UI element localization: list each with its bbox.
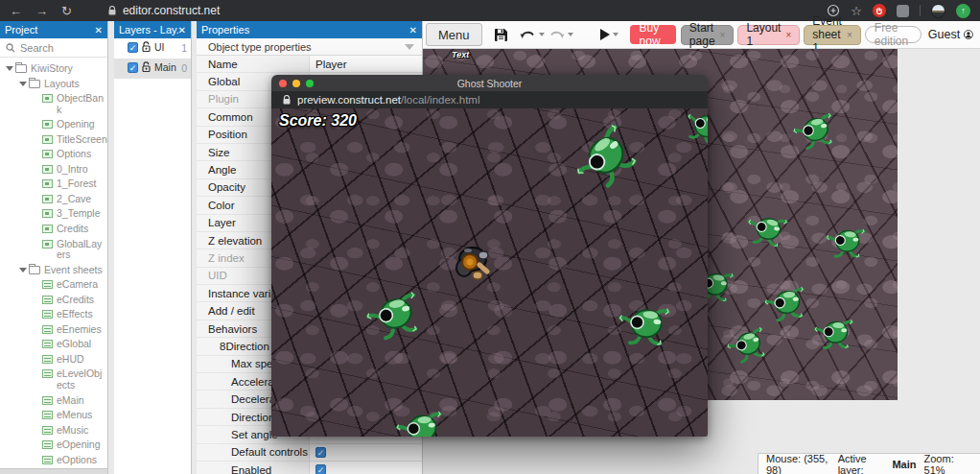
browser-avatar[interactable]: [931, 4, 945, 18]
tree-item-ecamera[interactable]: eCamera: [0, 277, 107, 293]
project-tree: KiwiStoryLayoutsObjectBankOpeningTitleSc…: [0, 58, 107, 474]
forward-icon[interactable]: →: [35, 4, 48, 18]
preview-titlebar[interactable]: Ghost Shooter: [271, 75, 708, 91]
property-checkbox[interactable]: ✓: [315, 464, 326, 474]
tab-start-page[interactable]: Start page×: [681, 25, 735, 45]
caret-down-icon[interactable]: [6, 66, 13, 71]
redo-button[interactable]: [548, 29, 565, 41]
monster-object[interactable]: [763, 285, 811, 328]
tree-item-options[interactable]: Options: [0, 147, 107, 162]
property-row-enabled[interactable]: Enabled✓: [197, 462, 422, 474]
tree-item-credits[interactable]: Credits: [0, 222, 107, 237]
undo-button[interactable]: [520, 29, 536, 41]
caret-down-icon[interactable]: [19, 268, 27, 273]
tree-item-eenemies[interactable]: eEnemies: [0, 322, 107, 338]
layer-visible-checkbox[interactable]: ✓: [128, 42, 138, 53]
back-icon[interactable]: ←: [10, 4, 22, 18]
free-edition-button[interactable]: Free edition: [865, 26, 922, 43]
layers-list: ✓UI1✓Main0: [114, 38, 191, 79]
tab-event-sheet-1[interactable]: Event sheet 1×: [804, 25, 861, 45]
tree-item-elevelobjects[interactable]: eLevelObjects: [0, 367, 107, 392]
tree-item-emenus[interactable]: eMenus: [0, 408, 107, 423]
active-layer-value: Main: [892, 459, 916, 470]
tree-item-eglobal[interactable]: eGlobal: [0, 337, 107, 352]
undo-icon: [520, 29, 536, 41]
tree-item-eplayer[interactable]: ePlayer: [0, 467, 107, 474]
preview-window[interactable]: Ghost Shooter preview.construct.net/loca…: [271, 75, 708, 437]
tab-close-icon[interactable]: ×: [847, 30, 852, 40]
redo-dropdown-caret[interactable]: [568, 33, 573, 36]
tree-item-label: 3_Temple: [53, 208, 101, 220]
canvas-text-object[interactable]: Text: [452, 50, 469, 59]
monster-object[interactable]: [742, 209, 792, 255]
layout-icon: [42, 179, 53, 188]
chevron-down-icon[interactable]: [405, 44, 414, 50]
extension-gray-icon[interactable]: [897, 5, 909, 17]
play-button[interactable]: [600, 29, 610, 40]
tree-item-1-forest[interactable]: 1_Forest: [0, 177, 107, 192]
property-row-default-controls[interactable]: Default controls✓: [197, 444, 422, 462]
project-search[interactable]: Search: [0, 38, 107, 58]
tree-item-2-cave[interactable]: 2_Cave: [0, 192, 107, 207]
lock-icon[interactable]: [141, 41, 152, 55]
layer-visible-checkbox[interactable]: ✓: [128, 62, 138, 73]
address-bar[interactable]: editor.construct.net: [108, 4, 220, 17]
layer-row-main[interactable]: ✓Main0: [114, 59, 191, 79]
monster-object[interactable]: [724, 324, 774, 370]
caret-down-icon[interactable]: [19, 82, 27, 86]
bookmark-star-icon[interactable]: ☆: [851, 4, 862, 18]
monster-object[interactable]: [825, 225, 870, 265]
tree-item-objectbank[interactable]: ObjectBank: [0, 91, 107, 117]
close-icon[interactable]: ✕: [178, 25, 186, 36]
browser-update-icon[interactable]: ↑: [956, 4, 970, 18]
extension-red-icon[interactable]: [873, 4, 886, 17]
tree-item-kiwistory[interactable]: KiwiStory: [0, 61, 107, 77]
tree-item-emain[interactable]: eMain: [0, 393, 107, 409]
layout-icon: [42, 120, 53, 129]
reload-icon[interactable]: ↻: [61, 4, 72, 18]
tab-close-icon[interactable]: ×: [720, 30, 726, 40]
layout-icon: [42, 240, 53, 249]
object-type-properties-header[interactable]: Object type properties: [197, 38, 422, 56]
tree-item-event-sheets[interactable]: Event sheets: [0, 263, 107, 278]
tree-item-label: eEffects: [53, 309, 93, 320]
game-viewport[interactable]: Score: 320: [271, 108, 708, 437]
property-checkbox[interactable]: ✓: [315, 447, 326, 458]
tree-item-label: eOpening: [53, 439, 101, 451]
layer-row-ui[interactable]: ✓UI1: [114, 38, 191, 59]
tree-item-globallayers[interactable]: GlobalLayers: [0, 237, 107, 263]
tab-layout-1[interactable]: Layout 1×: [737, 25, 800, 45]
tab-close-icon[interactable]: ×: [785, 30, 791, 40]
property-row-name[interactable]: NamePlayer: [197, 56, 422, 73]
tree-item-titlescreen[interactable]: TitleScreen: [0, 132, 107, 148]
property-value[interactable]: Player: [310, 56, 422, 72]
undo-dropdown-caret[interactable]: [539, 33, 545, 36]
preview-address-bar[interactable]: preview.construct.net/local/index.html: [271, 91, 708, 108]
buy-now-button[interactable]: Buy now: [630, 25, 676, 44]
zoom-level[interactable]: Zoom: 51%: [924, 453, 973, 474]
menu-button[interactable]: Menu: [426, 23, 482, 46]
layer-name: Main: [154, 62, 178, 74]
guest-avatar-icon[interactable]: [964, 27, 973, 42]
close-icon[interactable]: ✕: [95, 25, 103, 36]
tree-item-eopening[interactable]: eOpening: [0, 438, 107, 453]
tree-item-label: eCredits: [53, 295, 94, 306]
tree-item-layouts[interactable]: Layouts: [0, 77, 107, 92]
tree-item-0-intro[interactable]: 0_Intro: [0, 162, 107, 178]
close-icon[interactable]: ✕: [409, 25, 417, 36]
property-value[interactable]: ✓: [310, 444, 422, 461]
play-dropdown-caret[interactable]: [613, 33, 618, 36]
tree-item-emusic[interactable]: eMusic: [0, 423, 107, 438]
property-value[interactable]: ✓: [310, 462, 422, 474]
save-button[interactable]: [494, 28, 508, 42]
tree-item-ehud[interactable]: eHUD: [0, 352, 107, 367]
tree-item-opening[interactable]: Opening: [0, 117, 107, 132]
monster-object[interactable]: [791, 110, 841, 155]
tree-item-3-temple[interactable]: 3_Temple: [0, 206, 107, 222]
monster-object[interactable]: [813, 317, 856, 355]
tree-item-eeffects[interactable]: eEffects: [0, 307, 107, 322]
eventsheet-icon: [42, 411, 53, 419]
tree-item-ecredits[interactable]: eCredits: [0, 293, 107, 308]
lock-icon[interactable]: [141, 61, 152, 75]
tree-item-eoptions[interactable]: eOptions: [0, 453, 107, 468]
